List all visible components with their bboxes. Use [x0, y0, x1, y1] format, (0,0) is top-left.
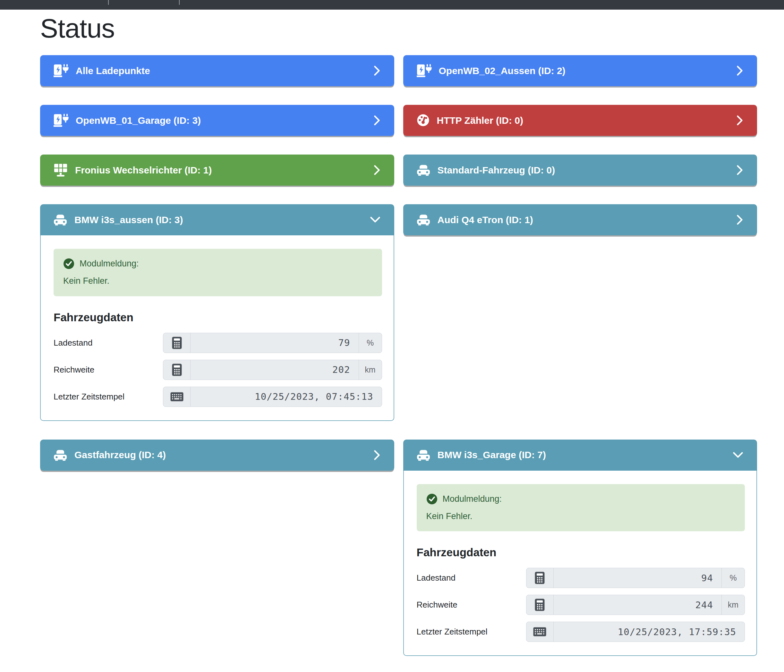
ladestand-input-group: 79 %: [163, 333, 382, 353]
panel-standard-fahrzeug[interactable]: Standard-Fahrzeug (ID: 0): [403, 155, 758, 186]
car-icon: [54, 449, 67, 461]
unit-label: km: [722, 595, 745, 615]
field-label: Ladestand: [54, 338, 163, 348]
keyboard-icon: [163, 387, 191, 407]
chevron-right-icon: [736, 165, 744, 176]
section-heading: Fahrzeugdaten: [417, 546, 745, 559]
alert-title: Modulmeldung:: [443, 492, 502, 506]
charging-station-icon: [54, 114, 68, 127]
field-row-zeitstempel: Letzter Zeitstempel 10/25/2023, 17:59:35: [417, 622, 745, 642]
chevron-right-icon: [736, 115, 744, 126]
panel-label: Standard-Fahrzeug (ID: 0): [437, 165, 555, 176]
section-heading: Fahrzeugdaten: [54, 311, 382, 324]
unit-label: %: [359, 333, 382, 353]
chevron-down-icon: [733, 452, 744, 459]
reichweite-input-group: 244 km: [526, 595, 745, 615]
status-grid: Alle Ladepunkte OpenWB_02_Aussen (ID: 2)…: [40, 55, 757, 656]
field-row-reichweite: Reichweite 244 km: [417, 595, 745, 615]
chevron-right-icon: [373, 165, 381, 176]
zeitstempel-value-field[interactable]: 10/25/2023, 07:45:13: [191, 387, 382, 407]
zeitstempel-input-group: 10/25/2023, 17:59:35: [526, 622, 745, 642]
field-label: Letzter Zeitstempel: [417, 627, 526, 637]
vehicle-card-header[interactable]: BMW i3s_aussen (ID: 3): [40, 204, 394, 235]
chevron-right-icon: [736, 65, 744, 76]
unit-label: km: [359, 360, 382, 380]
keyboard-icon: [526, 622, 554, 641]
field-label: Reichweite: [417, 600, 526, 610]
vehicle-card-bmw-i3s-garage: BMW i3s_Garage (ID: 7) Modulmeldung: Kei…: [403, 439, 758, 656]
field-row-ladestand: Ladestand 94 %: [417, 568, 745, 588]
calculator-icon: [526, 595, 554, 615]
field-label: Reichweite: [54, 365, 163, 375]
field-row-zeitstempel: Letzter Zeitstempel 10/25/2023, 07:45:13: [54, 386, 382, 407]
panel-label: BMW i3s_Garage (ID: 7): [437, 450, 546, 460]
module-status-alert: Modulmeldung: Kein Fehler.: [54, 249, 382, 296]
calculator-icon: [163, 333, 191, 353]
navbar-divider: [179, 0, 180, 5]
alert-title: Modulmeldung:: [79, 257, 139, 271]
panel-label: BMW i3s_aussen (ID: 3): [75, 214, 183, 225]
panel-label: HTTP Zähler (ID: 0): [437, 115, 523, 126]
chevron-right-icon: [373, 65, 381, 76]
panel-audi-q4-etron[interactable]: Audi Q4 eTron (ID: 1): [403, 204, 758, 235]
field-row-reichweite: Reichweite 202 km: [54, 360, 382, 380]
panel-fronius-wechselrichter[interactable]: Fronius Wechselrichter (ID: 1): [40, 155, 394, 186]
top-navbar: [0, 0, 784, 9]
check-circle-icon: [426, 494, 437, 504]
alert-message: Kein Fehler.: [426, 510, 736, 523]
vehicle-card-header[interactable]: BMW i3s_Garage (ID: 7): [403, 439, 758, 471]
reichweite-value-field[interactable]: 244: [554, 595, 722, 615]
module-status-alert: Modulmeldung: Kein Fehler.: [417, 484, 745, 532]
vehicle-card-body: Modulmeldung: Kein Fehler. Fahrzeugdaten…: [403, 471, 758, 656]
field-label: Ladestand: [417, 573, 526, 583]
panel-label: OpenWB_01_Garage (ID: 3): [76, 115, 201, 126]
panel-label: OpenWB_02_Aussen (ID: 2): [439, 65, 566, 76]
car-icon: [54, 214, 67, 226]
panel-label: Fronius Wechselrichter (ID: 1): [75, 165, 212, 176]
panel-openwb-01-garage[interactable]: OpenWB_01_Garage (ID: 3): [40, 105, 394, 136]
panel-openwb-02-aussen[interactable]: OpenWB_02_Aussen (ID: 2): [403, 55, 758, 86]
zeitstempel-input-group: 10/25/2023, 07:45:13: [163, 386, 382, 407]
chevron-right-icon: [373, 115, 381, 126]
chevron-down-icon: [370, 216, 381, 223]
car-icon: [417, 214, 431, 226]
panel-gastfahrzeug[interactable]: Gastfahrzeug (ID: 4): [40, 439, 394, 471]
ladestand-input-group: 94 %: [526, 568, 745, 588]
calculator-icon: [526, 568, 554, 588]
panel-label: Alle Ladepunkte: [76, 65, 150, 76]
charging-station-icon: [54, 64, 68, 77]
panel-http-zaehler[interactable]: HTTP Zähler (ID: 0): [403, 105, 758, 136]
reichweite-input-group: 202 km: [163, 360, 382, 380]
field-row-ladestand: Ladestand 79 %: [54, 333, 382, 353]
panel-label: Audi Q4 eTron (ID: 1): [437, 214, 533, 225]
field-label: Letzter Zeitstempel: [54, 392, 163, 402]
charging-station-icon: [417, 64, 432, 77]
vehicle-card-bmw-i3s-aussen: BMW i3s_aussen (ID: 3) Modulmeldung: Kei…: [40, 204, 394, 421]
page-title: Status: [40, 15, 757, 42]
vehicle-card-body: Modulmeldung: Kein Fehler. Fahrzeugdaten…: [40, 235, 394, 421]
ladestand-value-field[interactable]: 79: [191, 333, 359, 353]
panel-alle-ladepunkte[interactable]: Alle Ladepunkte: [40, 55, 394, 86]
car-icon: [417, 164, 431, 176]
check-circle-icon: [63, 258, 75, 269]
unit-label: %: [722, 568, 745, 588]
alert-message: Kein Fehler.: [63, 275, 372, 288]
zeitstempel-value-field[interactable]: 10/25/2023, 17:59:35: [554, 622, 745, 641]
gauge-icon: [417, 114, 430, 127]
status-page: Status Alle Ladepunkte OpenWB_02_Aussen …: [0, 15, 784, 656]
chevron-right-icon: [736, 214, 744, 225]
ladestand-value-field[interactable]: 94: [554, 568, 722, 588]
navbar-divider: [108, 0, 109, 5]
car-icon: [417, 449, 431, 461]
chevron-right-icon: [373, 450, 381, 461]
reichweite-value-field[interactable]: 202: [191, 360, 359, 380]
panel-label: Gastfahrzeug (ID: 4): [75, 450, 166, 460]
solar-panel-icon: [54, 163, 68, 177]
calculator-icon: [163, 360, 191, 380]
